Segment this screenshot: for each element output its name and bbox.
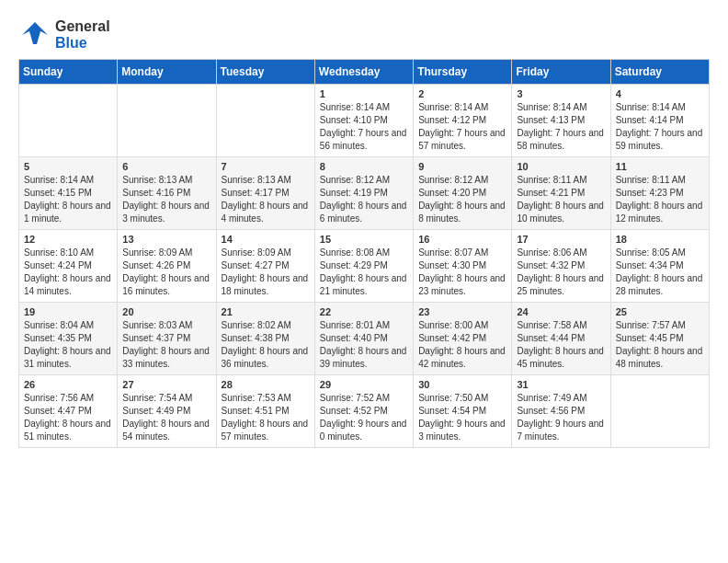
day-info: Sunrise: 8:14 AM Sunset: 4:10 PM Dayligh… <box>320 101 408 153</box>
day-number: 5 <box>24 161 112 172</box>
day-number: 26 <box>24 379 112 390</box>
calendar-day-header: Thursday <box>414 60 512 85</box>
day-info: Sunrise: 7:57 AM Sunset: 4:45 PM Dayligh… <box>616 319 704 371</box>
day-info: Sunrise: 8:09 AM Sunset: 4:27 PM Dayligh… <box>222 247 310 298</box>
calendar-day-header: Sunday <box>19 60 118 85</box>
day-number: 29 <box>320 379 408 390</box>
day-info: Sunrise: 8:13 AM Sunset: 4:17 PM Dayligh… <box>222 174 310 225</box>
calendar-header-row: SundayMondayTuesdayWednesdayThursdayFrid… <box>19 60 710 85</box>
calendar-day-cell: 6Sunrise: 8:13 AM Sunset: 4:16 PM Daylig… <box>118 157 216 230</box>
day-number: 13 <box>122 234 210 245</box>
day-number: 1 <box>320 88 408 99</box>
day-info: Sunrise: 8:03 AM Sunset: 4:37 PM Dayligh… <box>122 319 210 371</box>
day-info: Sunrise: 8:13 AM Sunset: 4:16 PM Dayligh… <box>122 174 210 225</box>
page-header: GeneralBlue <box>18 18 710 52</box>
calendar-day-cell <box>118 85 216 157</box>
calendar-day-cell: 21Sunrise: 8:02 AM Sunset: 4:38 PM Dayli… <box>216 303 314 375</box>
day-number: 25 <box>616 306 704 317</box>
day-info: Sunrise: 7:49 AM Sunset: 4:56 PM Dayligh… <box>517 392 605 443</box>
day-info: Sunrise: 8:09 AM Sunset: 4:26 PM Dayligh… <box>122 247 210 298</box>
calendar-day-cell: 25Sunrise: 7:57 AM Sunset: 4:45 PM Dayli… <box>610 303 709 375</box>
calendar-day-cell: 26Sunrise: 7:56 AM Sunset: 4:47 PM Dayli… <box>19 375 118 448</box>
calendar-day-cell: 28Sunrise: 7:53 AM Sunset: 4:51 PM Dayli… <box>216 375 314 448</box>
calendar-day-cell: 14Sunrise: 8:09 AM Sunset: 4:27 PM Dayli… <box>216 230 314 303</box>
day-number: 28 <box>222 379 310 390</box>
calendar-day-cell: 16Sunrise: 8:07 AM Sunset: 4:30 PM Dayli… <box>414 230 512 303</box>
day-number: 3 <box>517 88 605 99</box>
day-info: Sunrise: 8:14 AM Sunset: 4:12 PM Dayligh… <box>418 101 506 153</box>
calendar-day-cell: 12Sunrise: 8:10 AM Sunset: 4:24 PM Dayli… <box>19 230 118 303</box>
calendar-day-cell: 9Sunrise: 8:12 AM Sunset: 4:20 PM Daylig… <box>414 157 512 230</box>
day-info: Sunrise: 8:10 AM Sunset: 4:24 PM Dayligh… <box>24 247 112 298</box>
day-number: 14 <box>222 234 310 245</box>
calendar-day-header: Wednesday <box>314 60 413 85</box>
day-info: Sunrise: 7:50 AM Sunset: 4:54 PM Dayligh… <box>418 392 506 443</box>
calendar-day-header: Saturday <box>610 60 709 85</box>
calendar-day-cell <box>19 85 118 157</box>
day-info: Sunrise: 7:56 AM Sunset: 4:47 PM Dayligh… <box>24 392 112 443</box>
calendar-table: SundayMondayTuesdayWednesdayThursdayFrid… <box>18 59 710 448</box>
day-number: 8 <box>320 161 408 172</box>
calendar-day-cell: 15Sunrise: 8:08 AM Sunset: 4:29 PM Dayli… <box>314 230 413 303</box>
day-number: 17 <box>517 234 605 245</box>
day-number: 6 <box>122 161 210 172</box>
day-number: 22 <box>320 306 408 317</box>
calendar-day-cell <box>216 85 314 157</box>
calendar-day-cell: 24Sunrise: 7:58 AM Sunset: 4:44 PM Dayli… <box>512 303 610 375</box>
day-info: Sunrise: 7:52 AM Sunset: 4:52 PM Dayligh… <box>320 392 408 443</box>
day-info: Sunrise: 8:05 AM Sunset: 4:34 PM Dayligh… <box>616 247 704 298</box>
calendar-day-header: Friday <box>512 60 610 85</box>
day-number: 19 <box>24 306 112 317</box>
calendar-day-cell: 10Sunrise: 8:11 AM Sunset: 4:21 PM Dayli… <box>512 157 610 230</box>
svg-marker-0 <box>22 22 48 44</box>
calendar-day-cell: 17Sunrise: 8:06 AM Sunset: 4:32 PM Dayli… <box>512 230 610 303</box>
calendar-day-cell: 20Sunrise: 8:03 AM Sunset: 4:37 PM Dayli… <box>118 303 216 375</box>
calendar-day-cell: 5Sunrise: 8:14 AM Sunset: 4:15 PM Daylig… <box>19 157 118 230</box>
day-number: 23 <box>418 306 506 317</box>
calendar-day-cell: 18Sunrise: 8:05 AM Sunset: 4:34 PM Dayli… <box>610 230 709 303</box>
day-info: Sunrise: 8:14 AM Sunset: 4:15 PM Dayligh… <box>24 174 112 225</box>
day-number: 18 <box>616 234 704 245</box>
day-info: Sunrise: 7:53 AM Sunset: 4:51 PM Dayligh… <box>222 392 310 443</box>
day-number: 11 <box>616 161 704 172</box>
day-info: Sunrise: 8:00 AM Sunset: 4:42 PM Dayligh… <box>418 319 506 371</box>
day-info: Sunrise: 8:04 AM Sunset: 4:35 PM Dayligh… <box>24 319 112 371</box>
calendar-day-cell: 3Sunrise: 8:14 AM Sunset: 4:13 PM Daylig… <box>512 85 610 157</box>
calendar-day-cell: 8Sunrise: 8:12 AM Sunset: 4:19 PM Daylig… <box>314 157 413 230</box>
day-info: Sunrise: 8:08 AM Sunset: 4:29 PM Dayligh… <box>320 247 408 298</box>
calendar-day-cell: 22Sunrise: 8:01 AM Sunset: 4:40 PM Dayli… <box>314 303 413 375</box>
calendar-week-row: 1Sunrise: 8:14 AM Sunset: 4:10 PM Daylig… <box>19 85 710 157</box>
day-number: 24 <box>517 306 605 317</box>
calendar-day-cell: 7Sunrise: 8:13 AM Sunset: 4:17 PM Daylig… <box>216 157 314 230</box>
day-number: 30 <box>418 379 506 390</box>
calendar-day-cell <box>610 375 709 448</box>
calendar-day-cell: 13Sunrise: 8:09 AM Sunset: 4:26 PM Dayli… <box>118 230 216 303</box>
logo-general: General <box>55 18 110 35</box>
calendar-day-cell: 1Sunrise: 8:14 AM Sunset: 4:10 PM Daylig… <box>314 85 413 157</box>
calendar-day-cell: 4Sunrise: 8:14 AM Sunset: 4:14 PM Daylig… <box>610 85 709 157</box>
day-info: Sunrise: 7:54 AM Sunset: 4:49 PM Dayligh… <box>122 392 210 443</box>
calendar-day-cell: 30Sunrise: 7:50 AM Sunset: 4:54 PM Dayli… <box>414 375 512 448</box>
calendar-week-row: 5Sunrise: 8:14 AM Sunset: 4:15 PM Daylig… <box>19 157 710 230</box>
calendar-day-cell: 31Sunrise: 7:49 AM Sunset: 4:56 PM Dayli… <box>512 375 610 448</box>
day-info: Sunrise: 8:12 AM Sunset: 4:20 PM Dayligh… <box>418 174 506 225</box>
day-number: 9 <box>418 161 506 172</box>
day-number: 10 <box>517 161 605 172</box>
logo-svg <box>18 18 51 52</box>
day-info: Sunrise: 8:12 AM Sunset: 4:19 PM Dayligh… <box>320 174 408 225</box>
day-number: 4 <box>616 88 704 99</box>
day-info: Sunrise: 8:01 AM Sunset: 4:40 PM Dayligh… <box>320 319 408 371</box>
calendar-day-cell: 23Sunrise: 8:00 AM Sunset: 4:42 PM Dayli… <box>414 303 512 375</box>
day-info: Sunrise: 8:07 AM Sunset: 4:30 PM Dayligh… <box>418 247 506 298</box>
day-number: 21 <box>222 306 310 317</box>
calendar-day-cell: 27Sunrise: 7:54 AM Sunset: 4:49 PM Dayli… <box>118 375 216 448</box>
calendar-day-cell: 11Sunrise: 8:11 AM Sunset: 4:23 PM Dayli… <box>610 157 709 230</box>
calendar-week-row: 19Sunrise: 8:04 AM Sunset: 4:35 PM Dayli… <box>19 303 710 375</box>
day-info: Sunrise: 8:11 AM Sunset: 4:21 PM Dayligh… <box>517 174 605 225</box>
day-info: Sunrise: 8:06 AM Sunset: 4:32 PM Dayligh… <box>517 247 605 298</box>
day-number: 7 <box>222 161 310 172</box>
logo-blue: Blue <box>55 35 110 52</box>
day-number: 2 <box>418 88 506 99</box>
logo-text: GeneralBlue <box>55 18 110 51</box>
calendar-day-header: Monday <box>118 60 216 85</box>
